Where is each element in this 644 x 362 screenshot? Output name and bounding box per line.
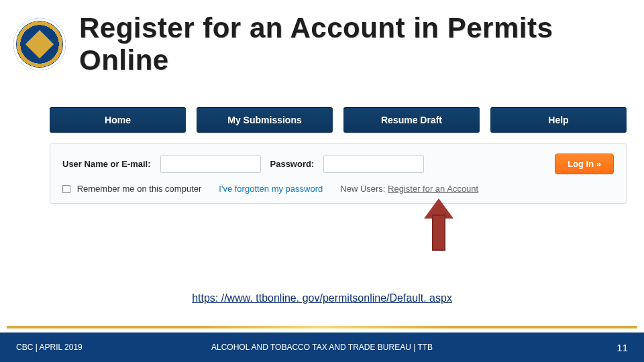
callout-arrow-icon: [424, 198, 453, 251]
nav-tabs: Home My Submissions Resume Draft Help: [50, 107, 627, 133]
remember-label: Remember me on this computer: [77, 184, 202, 194]
url-text[interactable]: https: //www. ttbonline. gov/permitsonli…: [0, 292, 644, 304]
page-title: Register for an Account in Permits Onlin…: [79, 12, 631, 76]
page-number: 11: [616, 342, 628, 353]
username-input[interactable]: [160, 156, 261, 173]
nav-help[interactable]: Help: [490, 107, 627, 133]
ttb-seal-icon: [13, 18, 66, 70]
login-card: User Name or E-mail: Password: Log in » …: [50, 143, 627, 204]
screenshot-app-area: Home My Submissions Resume Draft Help Us…: [50, 107, 627, 204]
footer: CBC | APRIL 2019 ALCOHOL AND TOBACCO TAX…: [0, 333, 644, 362]
footer-center: ALCOHOL AND TOBACCO TAX AND TRADE BUREAU…: [211, 343, 433, 352]
nav-my-submissions[interactable]: My Submissions: [197, 107, 333, 133]
username-label: User Name or E-mail:: [62, 159, 151, 169]
remember-checkbox[interactable]: [62, 185, 70, 193]
new-users-prefix: New Users:: [340, 184, 388, 194]
nav-home[interactable]: Home: [50, 107, 186, 133]
login-button[interactable]: Log in »: [555, 154, 614, 174]
password-input[interactable]: [323, 156, 424, 173]
divider-bar: [7, 326, 637, 328]
forgot-password-link[interactable]: I've forgotten my password: [219, 184, 323, 194]
footer-left: CBC | APRIL 2019: [16, 343, 83, 352]
remember-me[interactable]: Remember me on this computer: [62, 184, 201, 194]
password-label: Password:: [270, 159, 315, 169]
register-account-link[interactable]: Register for an Account: [388, 184, 478, 194]
nav-resume-draft[interactable]: Resume Draft: [343, 107, 480, 133]
new-users-text: New Users: Register for an Account: [340, 184, 478, 194]
